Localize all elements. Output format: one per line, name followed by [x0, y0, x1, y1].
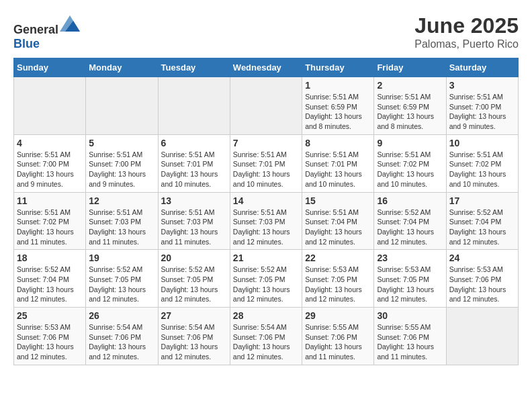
col-friday: Friday — [374, 58, 446, 77]
col-sunday: Sunday — [14, 58, 86, 77]
day-number: 7 — [233, 138, 299, 148]
calendar-cell: 19 Sunrise: 5:52 AMSunset: 7:05 PMDaylig… — [86, 250, 158, 308]
day-detail: Sunrise: 5:55 AMSunset: 7:06 PMDaylight:… — [377, 323, 434, 361]
calendar-cell: 18 Sunrise: 5:52 AMSunset: 7:04 PMDaylig… — [14, 250, 86, 308]
calendar-cell: 11 Sunrise: 5:51 AMSunset: 7:02 PMDaylig… — [14, 192, 86, 250]
day-detail: Sunrise: 5:51 AMSunset: 7:02 PMDaylight:… — [449, 150, 506, 188]
day-number: 23 — [377, 253, 443, 263]
day-detail: Sunrise: 5:53 AMSunset: 7:06 PMDaylight:… — [17, 323, 74, 361]
day-number: 9 — [377, 138, 443, 148]
col-wednesday: Wednesday — [230, 58, 302, 77]
calendar-cell — [446, 308, 518, 365]
day-number: 30 — [377, 310, 443, 321]
day-number: 16 — [377, 195, 443, 206]
logo-icon — [60, 13, 80, 34]
calendar-week-row: 25 Sunrise: 5:53 AMSunset: 7:06 PMDaylig… — [14, 308, 519, 365]
calendar-cell: 5 Sunrise: 5:51 AMSunset: 7:00 PMDayligh… — [86, 134, 158, 192]
calendar-cell: 26 Sunrise: 5:54 AMSunset: 7:06 PMDaylig… — [86, 308, 158, 365]
calendar-cell: 9 Sunrise: 5:51 AMSunset: 7:02 PMDayligh… — [374, 134, 446, 192]
day-number: 24 — [449, 253, 515, 263]
day-number: 21 — [233, 253, 299, 263]
calendar-header-row: Sunday Monday Tuesday Wednesday Thursday… — [14, 58, 519, 77]
page-subtitle: Palomas, Puerto Rico — [414, 38, 519, 50]
day-number: 8 — [305, 138, 371, 148]
day-number: 12 — [89, 195, 154, 206]
day-number: 28 — [233, 310, 299, 321]
day-detail: Sunrise: 5:51 AMSunset: 7:03 PMDaylight:… — [161, 208, 218, 246]
title-block: June 2025 Palomas, Puerto Rico — [414, 13, 519, 50]
day-detail: Sunrise: 5:54 AMSunset: 7:06 PMDaylight:… — [233, 323, 290, 361]
day-number: 13 — [161, 195, 227, 206]
day-detail: Sunrise: 5:52 AMSunset: 7:04 PMDaylight:… — [449, 208, 506, 246]
col-monday: Monday — [86, 58, 158, 77]
calendar-table: Sunday Monday Tuesday Wednesday Thursday… — [13, 58, 519, 365]
calendar-cell: 13 Sunrise: 5:51 AMSunset: 7:03 PMDaylig… — [158, 192, 230, 250]
day-detail: Sunrise: 5:51 AMSunset: 7:02 PMDaylight:… — [377, 150, 434, 188]
day-detail: Sunrise: 5:53 AMSunset: 7:05 PMDaylight:… — [305, 265, 362, 303]
day-number: 25 — [17, 310, 83, 321]
col-tuesday: Tuesday — [158, 58, 230, 77]
calendar-cell: 10 Sunrise: 5:51 AMSunset: 7:02 PMDaylig… — [446, 134, 518, 192]
day-detail: Sunrise: 5:54 AMSunset: 7:06 PMDaylight:… — [161, 323, 218, 361]
calendar-cell: 12 Sunrise: 5:51 AMSunset: 7:03 PMDaylig… — [86, 192, 158, 250]
calendar-cell: 3 Sunrise: 5:51 AMSunset: 7:00 PMDayligh… — [446, 77, 518, 135]
page-title: June 2025 — [414, 13, 519, 38]
calendar-cell: 6 Sunrise: 5:51 AMSunset: 7:01 PMDayligh… — [158, 134, 230, 192]
logo-blue: Blue — [13, 37, 40, 50]
day-detail: Sunrise: 5:51 AMSunset: 7:01 PMDaylight:… — [233, 150, 290, 188]
day-detail: Sunrise: 5:51 AMSunset: 7:00 PMDaylight:… — [17, 150, 74, 188]
day-detail: Sunrise: 5:53 AMSunset: 7:05 PMDaylight:… — [377, 265, 434, 303]
day-detail: Sunrise: 5:52 AMSunset: 7:05 PMDaylight:… — [161, 265, 218, 303]
day-number: 15 — [305, 195, 371, 206]
day-number: 5 — [89, 138, 154, 148]
day-number: 18 — [17, 253, 83, 263]
calendar-cell — [158, 77, 230, 135]
day-detail: Sunrise: 5:51 AMSunset: 7:04 PMDaylight:… — [305, 208, 362, 246]
day-detail: Sunrise: 5:51 AMSunset: 7:01 PMDaylight:… — [305, 150, 362, 188]
day-number: 17 — [449, 195, 515, 206]
day-number: 26 — [89, 310, 154, 321]
calendar-cell: 27 Sunrise: 5:54 AMSunset: 7:06 PMDaylig… — [158, 308, 230, 365]
calendar-cell: 14 Sunrise: 5:51 AMSunset: 7:03 PMDaylig… — [230, 192, 302, 250]
calendar-cell: 2 Sunrise: 5:51 AMSunset: 6:59 PMDayligh… — [374, 77, 446, 135]
day-number: 14 — [233, 195, 299, 206]
day-detail: Sunrise: 5:51 AMSunset: 6:59 PMDaylight:… — [305, 93, 362, 130]
day-number: 3 — [449, 80, 515, 91]
calendar-cell: 24 Sunrise: 5:53 AMSunset: 7:06 PMDaylig… — [446, 250, 518, 308]
day-detail: Sunrise: 5:54 AMSunset: 7:06 PMDaylight:… — [89, 323, 146, 361]
calendar-cell: 20 Sunrise: 5:52 AMSunset: 7:05 PMDaylig… — [158, 250, 230, 308]
day-number: 20 — [161, 253, 227, 263]
calendar-week-row: 4 Sunrise: 5:51 AMSunset: 7:00 PMDayligh… — [14, 134, 519, 192]
calendar-cell — [14, 77, 86, 135]
day-number: 2 — [377, 80, 443, 91]
calendar-cell: 30 Sunrise: 5:55 AMSunset: 7:06 PMDaylig… — [374, 308, 446, 365]
day-detail: Sunrise: 5:52 AMSunset: 7:05 PMDaylight:… — [89, 265, 146, 303]
day-detail: Sunrise: 5:51 AMSunset: 7:03 PMDaylight:… — [89, 208, 146, 246]
calendar-cell: 7 Sunrise: 5:51 AMSunset: 7:01 PMDayligh… — [230, 134, 302, 192]
calendar-cell: 21 Sunrise: 5:52 AMSunset: 7:05 PMDaylig… — [230, 250, 302, 308]
day-number: 6 — [161, 138, 227, 148]
calendar-week-row: 18 Sunrise: 5:52 AMSunset: 7:04 PMDaylig… — [14, 250, 519, 308]
day-detail: Sunrise: 5:51 AMSunset: 7:00 PMDaylight:… — [89, 150, 146, 188]
day-detail: Sunrise: 5:51 AMSunset: 7:02 PMDaylight:… — [17, 208, 74, 246]
day-number: 11 — [17, 195, 83, 206]
calendar-cell: 15 Sunrise: 5:51 AMSunset: 7:04 PMDaylig… — [302, 192, 374, 250]
day-detail: Sunrise: 5:55 AMSunset: 7:06 PMDaylight:… — [305, 323, 362, 361]
calendar-cell: 17 Sunrise: 5:52 AMSunset: 7:04 PMDaylig… — [446, 192, 518, 250]
day-number: 4 — [17, 138, 83, 148]
calendar-cell: 25 Sunrise: 5:53 AMSunset: 7:06 PMDaylig… — [14, 308, 86, 365]
day-detail: Sunrise: 5:53 AMSunset: 7:06 PMDaylight:… — [449, 265, 506, 303]
col-thursday: Thursday — [302, 58, 374, 77]
page-header: General Blue June 2025 Palomas, Puerto R… — [13, 13, 519, 51]
calendar-cell: 1 Sunrise: 5:51 AMSunset: 6:59 PMDayligh… — [302, 77, 374, 135]
day-detail: Sunrise: 5:51 AMSunset: 6:59 PMDaylight:… — [377, 93, 434, 130]
calendar-cell — [86, 77, 158, 135]
calendar-cell: 16 Sunrise: 5:52 AMSunset: 7:04 PMDaylig… — [374, 192, 446, 250]
day-detail: Sunrise: 5:52 AMSunset: 7:04 PMDaylight:… — [17, 265, 74, 303]
calendar-week-row: 1 Sunrise: 5:51 AMSunset: 6:59 PMDayligh… — [14, 77, 519, 135]
day-detail: Sunrise: 5:51 AMSunset: 7:00 PMDaylight:… — [449, 93, 506, 130]
logo-general: General — [13, 23, 58, 36]
calendar-cell: 8 Sunrise: 5:51 AMSunset: 7:01 PMDayligh… — [302, 134, 374, 192]
calendar-cell: 4 Sunrise: 5:51 AMSunset: 7:00 PMDayligh… — [14, 134, 86, 192]
day-number: 19 — [89, 253, 154, 263]
